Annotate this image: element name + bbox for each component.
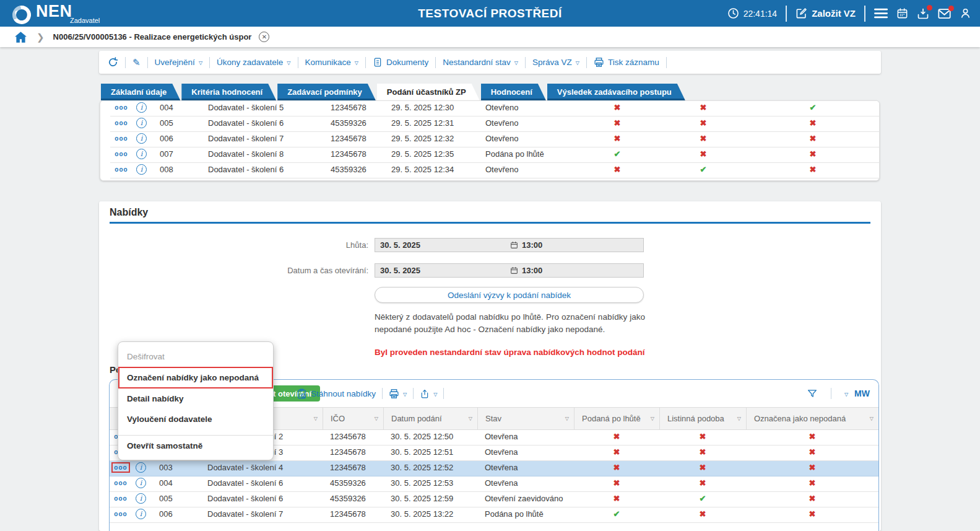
column-header[interactable]: Stav▽ [477, 408, 574, 429]
row-menu-button[interactable]: ooo [110, 150, 132, 158]
toolbar-item[interactable]: Tisk záznamu [594, 57, 659, 68]
tab[interactable]: Hodnocení [481, 84, 546, 100]
context-menu-item[interactable]: Vyloučení dodavatele [118, 409, 273, 429]
create-vz-button[interactable]: Založit VZ [796, 7, 856, 19]
tab[interactable]: Podání účastníků ZP [377, 84, 480, 100]
column-filter-icon[interactable]: ▽ [565, 416, 569, 421]
send-request-button[interactable]: Odeslání výzvy k podání nabídek [375, 287, 644, 303]
table-row[interactable]: oooi008Dodavatel - školení 64535932629. … [110, 163, 879, 178]
column-header[interactable]: Datum podání▽ [383, 408, 477, 429]
home-icon[interactable] [15, 32, 27, 43]
brand-subtitle: Zadavatel [70, 17, 100, 24]
info-icon[interactable]: i [136, 462, 146, 473]
download-offers-button[interactable]: Stáhnout nabídky [297, 388, 376, 399]
edit-icon [796, 7, 807, 19]
info-icon[interactable]: i [136, 164, 147, 175]
nonstandard-warning: Byl proveden nestandardní stav úprava na… [375, 348, 684, 357]
tab[interactable]: Kritéria hodnocení [181, 84, 276, 100]
export-button[interactable]: ▽ [420, 388, 437, 399]
tab[interactable]: Základní údaje [101, 84, 180, 100]
info-icon[interactable]: i [136, 509, 146, 519]
table-row[interactable]: oooi004Dodavatel - školení 51234567829. … [110, 101, 879, 116]
document-icon [373, 57, 383, 68]
column-filter-icon[interactable]: ▽ [469, 416, 472, 421]
table-row[interactable]: oooi004Dodavatel - školení 64535932630. … [110, 476, 878, 492]
cross-icon: ✖ [659, 432, 746, 441]
toolbar-item[interactable]: Dokumenty [373, 57, 428, 68]
opening-time-input[interactable]: 13:00 [510, 266, 542, 275]
column-filter-icon[interactable]: ▽ [870, 416, 874, 421]
tab[interactable]: Výsledek zadávacího postupu [547, 84, 685, 100]
row-menu-button[interactable]: ooo [110, 165, 132, 173]
context-menu-item[interactable]: Detail nabídky [118, 388, 273, 409]
row-status: Otevřeno [478, 134, 575, 143]
cross-icon: ✖ [746, 478, 878, 488]
row-menu-button[interactable]: ooo [110, 103, 132, 112]
info-icon[interactable]: i [136, 493, 146, 504]
column-header[interactable]: IČO▽ [323, 408, 383, 429]
toolbar-item[interactable]: Správa VZ▽ [532, 58, 579, 67]
row-menu-button[interactable]: ooo [110, 462, 132, 473]
column-filter-icon[interactable]: ▽ [651, 416, 654, 421]
table-row[interactable]: oooi006Dodavatel - školení 71234567830. … [110, 507, 878, 523]
profile-button[interactable] [960, 7, 971, 19]
column-header[interactable]: Podaná po lhůtě▽ [574, 408, 659, 429]
divider [209, 57, 210, 68]
row-menu-button[interactable]: ooo [110, 494, 132, 502]
print-button[interactable]: ▽ [389, 388, 407, 399]
info-icon[interactable]: i [136, 133, 147, 144]
row-number: 004 [154, 103, 201, 112]
column-filter-icon[interactable]: ▽ [375, 416, 378, 421]
column-filter-icon[interactable]: ▽ [737, 416, 741, 421]
view-mode-label[interactable]: MW [854, 388, 870, 398]
info-icon[interactable]: i [136, 478, 146, 488]
calendar-button[interactable] [896, 7, 908, 19]
table-row[interactable]: oooi006Dodavatel - školení 71234567829. … [110, 132, 879, 147]
deadline-field[interactable]: 30. 5. 2025 13:00 [375, 238, 644, 252]
column-header[interactable]: Označena jako nepodaná▽ [746, 408, 878, 429]
cross-icon: ✖ [574, 478, 659, 488]
row-menu-button[interactable]: ooo [110, 134, 132, 143]
row-submitted: 30. 5. 2025 12:59 [383, 494, 477, 503]
column-header[interactable]: Listinná podoba▽ [659, 408, 746, 429]
table-row[interactable]: oooi003Dodavatel - školení 41234567830. … [110, 461, 878, 476]
history-button[interactable] [108, 57, 118, 68]
deadline-time-input[interactable]: 13:00 [510, 240, 542, 250]
context-menu-item[interactable]: Otevřít samostatně [118, 435, 273, 456]
view-chevron-icon[interactable]: ▽ [844, 392, 848, 397]
breadcrumb-record-title[interactable]: N006/25/V00005136 - Realizace energetick… [53, 32, 252, 42]
row-submitted: 29. 5. 2025 12:35 [384, 149, 478, 159]
info-icon[interactable]: i [136, 149, 147, 159]
table-row[interactable]: oooi005Dodavatel - školení 64535932630. … [110, 492, 878, 507]
filter-funnel-icon[interactable] [807, 388, 818, 399]
nen-logo[interactable]: NEN Zadavatel [12, 3, 100, 24]
context-menu-item[interactable]: Označení nabídky jako nepodaná [118, 367, 273, 388]
table-row[interactable]: oooi005Dodavatel - školení 64535932629. … [110, 116, 879, 132]
opening-date-input[interactable]: 30. 5. 2025 [375, 266, 510, 275]
toolbar-item[interactable]: Nestandardní stav▽ [443, 58, 518, 67]
nen-logo-icon [10, 2, 33, 26]
deadline-date-input[interactable]: 30. 5. 2025 [375, 240, 510, 250]
inbox-button[interactable] [917, 7, 929, 20]
messages-button[interactable] [938, 8, 951, 19]
close-record-icon[interactable]: ✕ [259, 32, 269, 42]
opening-field[interactable]: 30. 5. 2025 13:00 [375, 263, 644, 278]
row-ico: 45359326 [323, 478, 383, 488]
info-icon[interactable]: i [136, 118, 147, 128]
toolbar-item-label: Správa VZ [532, 58, 572, 67]
toolbar-item[interactable]: Úkony zadavatele▽ [217, 58, 290, 67]
row-number: 006 [154, 134, 201, 143]
tab[interactable]: Zadávací podmínky [277, 84, 376, 100]
row-supplier: Dodavatel - školení 7 [201, 134, 323, 143]
edit-record-button[interactable]: ✎ [132, 57, 141, 68]
cross-icon: ✖ [660, 134, 747, 143]
column-filter-icon[interactable]: ▽ [314, 416, 318, 421]
main-menu-button[interactable] [874, 8, 888, 19]
info-icon[interactable]: i [136, 102, 147, 113]
row-menu-button[interactable]: ooo [110, 119, 132, 127]
row-menu-button[interactable]: ooo [110, 479, 132, 487]
toolbar-item[interactable]: Komunikace▽ [305, 58, 358, 67]
toolbar-item[interactable]: Uveřejnění▽ [155, 58, 202, 67]
table-row[interactable]: oooi007Dodavatel - školení 81234567829. … [110, 147, 879, 163]
row-menu-button[interactable]: ooo [110, 510, 132, 518]
